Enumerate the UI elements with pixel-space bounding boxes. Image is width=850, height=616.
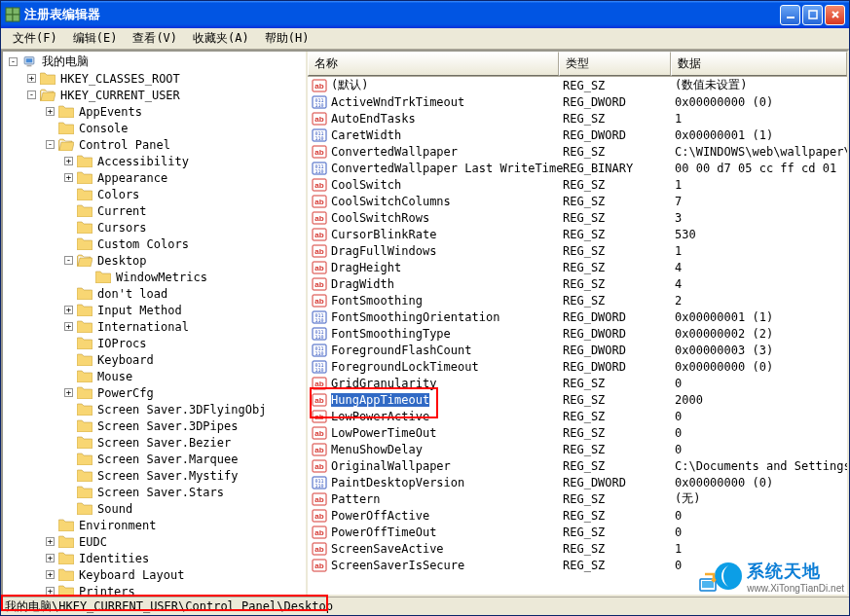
tree-item-appearance[interactable]: +Appearance — [5, 169, 304, 186]
tree-item-inputmethod[interactable]: +Input Method — [5, 302, 304, 318]
menu-help[interactable]: 帮助(H) — [257, 28, 317, 49]
value-type-icon — [312, 78, 327, 93]
value-row[interactable]: CoolSwitchColumnsREG_SZ7 — [308, 193, 847, 209]
tree-item-ssmarquee[interactable]: Screen Saver.Marquee — [5, 451, 304, 467]
value-row[interactable]: (默认)REG_SZ(数值未设置) — [308, 77, 847, 93]
tree-toggle-icon[interactable]: + — [64, 322, 73, 331]
value-row[interactable]: FontSmoothingOrientationREG_DWORD0x00000… — [308, 308, 847, 325]
value-type-icon — [312, 210, 327, 226]
maximize-button[interactable] — [802, 5, 823, 25]
value-row[interactable]: MenuShowDelayREG_SZ0 — [308, 441, 847, 457]
tree-toggle-icon[interactable]: + — [64, 388, 73, 397]
value-row[interactable]: PatternREG_SZ(无) — [308, 490, 847, 507]
tree-item-ssmystify[interactable]: Screen Saver.Mystify — [5, 467, 304, 484]
value-row[interactable]: DragHeightREG_SZ4 — [308, 259, 847, 275]
value-row[interactable]: DragFullWindowsREG_SZ1 — [308, 242, 847, 259]
tree-item-ss3dflying[interactable]: Screen Saver.3DFlyingObj — [5, 401, 304, 417]
value-type: REG_SZ — [559, 377, 671, 390]
tree-item-hkcu[interactable]: -HKEY_CURRENT_USER — [5, 87, 304, 103]
value-row[interactable]: CursorBlinkRateREG_SZ530 — [308, 226, 847, 242]
tree-item-current[interactable]: Current — [5, 202, 304, 219]
tree-toggle-icon[interactable]: + — [46, 107, 55, 116]
value-type-icon — [312, 343, 327, 358]
column-data[interactable]: 数据 — [671, 52, 847, 76]
value-row[interactable]: ConvertedWallpaperREG_SZC:\WINDOWS\web\w… — [308, 143, 847, 160]
menu-favorites[interactable]: 收藏夹(A) — [185, 28, 257, 49]
titlebar[interactable]: 注册表编辑器 — [1, 1, 849, 28]
tree-item-ioprocs[interactable]: IOProcs — [5, 335, 304, 351]
tree-item-eudc[interactable]: +EUDC — [5, 533, 304, 550]
tree-item-printers[interactable]: +Printers — [5, 583, 304, 595]
tree-toggle-icon[interactable]: - — [64, 256, 73, 265]
tree-item-ss3dpipes[interactable]: Screen Saver.3DPipes — [5, 417, 304, 434]
tree-item-desktop[interactable]: -Desktop — [5, 252, 304, 269]
tree-pane[interactable]: -我的电脑+HKEY_CLASSES_ROOT-HKEY_CURRENT_USE… — [3, 52, 308, 595]
tree-item-keyboardlayout[interactable]: +Keyboard Layout — [5, 566, 304, 583]
tree-label: Console — [77, 122, 130, 135]
value-row[interactable]: HungAppTimeoutREG_SZ2000 — [308, 391, 847, 408]
tree-item-accessibility[interactable]: +Accessibility — [5, 153, 304, 169]
value-type: REG_SZ — [559, 178, 671, 192]
menu-view[interactable]: 查看(V) — [125, 28, 185, 49]
tree-toggle-icon[interactable]: + — [46, 587, 55, 595]
tree-item-controlpanel[interactable]: -Control Panel — [5, 136, 304, 153]
tree-item-dontload[interactable]: don't load — [5, 285, 304, 302]
value-row[interactable]: ActiveWndTrkTimeoutREG_DWORD0x00000000 (… — [308, 93, 847, 110]
tree-label: Keyboard — [95, 353, 156, 367]
value-row[interactable]: GridGranularityREG_SZ0 — [308, 375, 847, 391]
close-button[interactable] — [825, 5, 845, 25]
value-row[interactable]: PaintDesktopVersionREG_DWORD0x00000000 (… — [308, 474, 847, 490]
value-row[interactable]: FontSmoothingREG_SZ2 — [308, 292, 847, 308]
minimize-button[interactable] — [780, 5, 800, 25]
tree-item-hkcr[interactable]: +HKEY_CLASSES_ROOT — [5, 70, 304, 87]
tree-toggle-icon[interactable]: - — [9, 57, 18, 66]
tree-toggle-icon[interactable]: + — [64, 306, 73, 314]
value-row[interactable]: FontSmoothingTypeREG_DWORD0x00000002 (2) — [308, 325, 847, 342]
tree-toggle-icon[interactable]: + — [64, 173, 73, 182]
tree-item-mouse[interactable]: Mouse — [5, 368, 304, 384]
tree-item-ssbezier[interactable]: Screen Saver.Bezier — [5, 434, 304, 451]
value-row[interactable]: CaretWidthREG_DWORD0x00000001 (1) — [308, 127, 847, 143]
tree-toggle-icon[interactable]: - — [27, 91, 36, 99]
menu-file[interactable]: 文件(F) — [5, 28, 65, 49]
menu-edit[interactable]: 编辑(E) — [65, 28, 126, 49]
value-row[interactable]: ScreenSaveActiveREG_SZ1 — [308, 540, 847, 557]
tree-toggle-icon[interactable]: + — [46, 537, 55, 546]
tree-item-windowmetrics[interactable]: WindowMetrics — [5, 269, 304, 285]
tree-item-customcolors[interactable]: Custom Colors — [5, 236, 304, 252]
tree-item-powercfg[interactable]: +PowerCfg — [5, 384, 304, 401]
value-row[interactable]: ForegroundLockTimeoutREG_DWORD0x00000000… — [308, 358, 847, 375]
tree-item-colors[interactable]: Colors — [5, 186, 304, 202]
value-row[interactable]: CoolSwitchRowsREG_SZ3 — [308, 209, 847, 226]
list-body[interactable]: (默认)REG_SZ(数值未设置)ActiveWndTrkTimeoutREG_… — [308, 77, 847, 595]
tree-item-keyboard[interactable]: Keyboard — [5, 351, 304, 368]
tree-toggle-icon[interactable]: + — [46, 570, 55, 579]
tree-item-root[interactable]: -我的电脑 — [5, 54, 304, 70]
tree-item-cursors[interactable]: Cursors — [5, 219, 304, 236]
value-row[interactable]: CoolSwitchREG_SZ1 — [308, 176, 847, 193]
tree-item-identities[interactable]: +Identities — [5, 550, 304, 566]
value-row[interactable]: DragWidthREG_SZ4 — [308, 275, 847, 292]
column-name[interactable]: 名称 — [308, 52, 559, 76]
column-type[interactable]: 类型 — [559, 52, 671, 76]
value-row[interactable]: AutoEndTasksREG_SZ1 — [308, 110, 847, 127]
value-row[interactable]: LowPowerActiveREG_SZ0 — [308, 408, 847, 424]
tree-toggle-icon[interactable]: + — [46, 554, 55, 562]
value-row[interactable]: PowerOffActiveREG_SZ0 — [308, 507, 847, 524]
value-row[interactable]: PowerOffTimeOutREG_SZ0 — [308, 524, 847, 540]
value-row[interactable]: ConvertedWallpaper Last WriteTimeREG_BIN… — [308, 160, 847, 176]
tree-item-appevents[interactable]: +AppEvents — [5, 103, 304, 120]
tree-toggle-icon[interactable]: + — [27, 74, 36, 83]
watermark-title: 系统天地 — [747, 560, 844, 583]
tree-item-console[interactable]: Console — [5, 120, 304, 136]
tree-item-environment[interactable]: Environment — [5, 517, 304, 533]
value-name: ForegroundFlashCount — [331, 344, 472, 357]
tree-toggle-icon[interactable]: + — [64, 157, 73, 165]
value-row[interactable]: LowPowerTimeOutREG_SZ0 — [308, 424, 847, 441]
tree-toggle-icon[interactable]: - — [46, 140, 55, 149]
tree-item-sound[interactable]: Sound — [5, 500, 304, 517]
tree-item-ssstars[interactable]: Screen Saver.Stars — [5, 484, 304, 500]
value-row[interactable]: OriginalWallpaperREG_SZC:\Documents and … — [308, 457, 847, 474]
tree-item-international[interactable]: +International — [5, 318, 304, 335]
value-row[interactable]: ForegroundFlashCountREG_DWORD0x00000003 … — [308, 342, 847, 358]
